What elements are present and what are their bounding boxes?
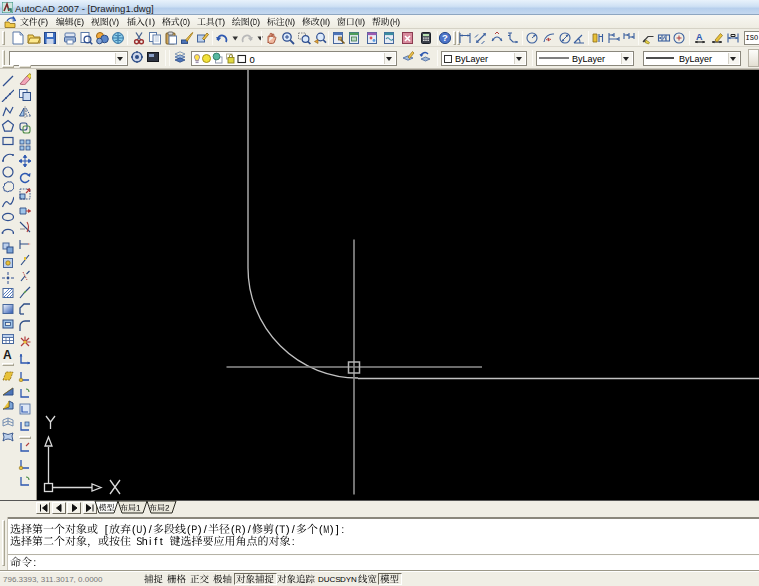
svg-text:A: A bbox=[696, 32, 703, 42]
svg-text:?: ? bbox=[442, 32, 448, 43]
svg-text:A: A bbox=[3, 348, 12, 360]
